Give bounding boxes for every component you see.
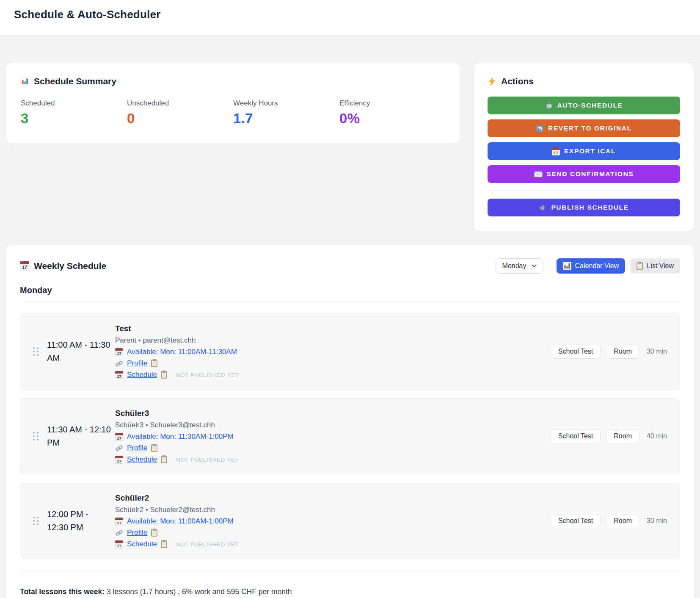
- student-subtitle: Parent • parent@test.chh: [115, 336, 239, 345]
- actions-title: Actions: [488, 76, 680, 86]
- list-view-button[interactable]: List View: [630, 258, 680, 274]
- calendar-icon: 17: [115, 540, 123, 548]
- link-icon: [115, 360, 123, 368]
- stat-weekly-hours: Weekly Hours 1.7: [233, 99, 339, 127]
- weekly-total-value: 3 lessons (1.7 hours) , 6% work and 595 …: [107, 587, 292, 596]
- bar-chart-icon: [21, 77, 29, 86]
- drag-handle-icon[interactable]: [33, 432, 39, 440]
- link-icon: [115, 444, 123, 452]
- calendar-icon: 17: [115, 348, 123, 356]
- day-selector-dropdown[interactable]: Monday: [496, 258, 543, 274]
- publish-status-badge: NOT PUBLISHED YET: [176, 457, 239, 463]
- summary-stats: Scheduled 3 Unscheduled 0 Weekly Hours 1…: [21, 99, 446, 127]
- clipboard-icon[interactable]: [151, 360, 157, 367]
- school-tag[interactable]: School Test: [551, 514, 601, 528]
- calendar-icon: 17: [20, 261, 29, 271]
- clipboard-icon[interactable]: [151, 444, 157, 452]
- lesson-duration: 30 min: [647, 348, 667, 355]
- clipboard-icon[interactable]: [161, 371, 167, 379]
- profile-link[interactable]: Profile: [127, 444, 147, 452]
- schedule-link[interactable]: Schedule: [127, 371, 157, 379]
- actions-list: AUTO-SCHEDULE REVERT TO ORIGINAL 17 EXPO…: [488, 97, 680, 216]
- schedule-summary-title: Schedule Summary: [21, 76, 446, 86]
- profile-link[interactable]: Profile: [127, 359, 147, 368]
- student-subtitle: Schüelr3 • Schueler3@test.chh: [115, 421, 239, 429]
- auto-schedule-button[interactable]: AUTO-SCHEDULE: [488, 97, 680, 114]
- schedule-summary-card: Schedule Summary Scheduled 3 Unscheduled…: [6, 63, 460, 143]
- calendar-icon: 17: [552, 147, 560, 155]
- revert-to-original-button[interactable]: REVERT TO ORIGINAL: [488, 119, 680, 137]
- room-tag[interactable]: Room: [606, 429, 639, 443]
- weekly-total-summary: Total lessons this week: 3 lessons (1.7 …: [20, 587, 680, 596]
- availability-text: Available: Mon: 11:00AM-1:00PM: [127, 517, 234, 526]
- drag-handle-icon[interactable]: [33, 517, 39, 525]
- availability-text: Available: Mon: 11:30AM-1:00PM: [127, 432, 234, 441]
- calendar-icon: 17: [115, 456, 123, 464]
- lesson-card: 12:00 PM - 12:30 PM Schüler2 Schüelr2 • …: [20, 483, 680, 559]
- page-title: Schedule & Auto-Scheduler: [14, 8, 686, 21]
- calendar-icon: 17: [115, 433, 123, 441]
- calendar-view-button[interactable]: Calendar View: [557, 258, 626, 274]
- stat-efficiency: Efficiency 0%: [339, 99, 446, 127]
- school-tag[interactable]: School Test: [551, 429, 601, 443]
- lesson-list: 11:00 AM - 11:30 AM Test Parent • parent…: [20, 313, 680, 559]
- student-subtitle: Schüelr2 • Schueler2@test.chh: [115, 506, 239, 514]
- divider: [20, 571, 680, 571]
- page-header: Schedule & Auto-Scheduler: [0, 0, 700, 36]
- availability-text: Available: Mon: 11:00AM-11:30AM: [127, 348, 237, 356]
- lesson-duration: 30 min: [647, 517, 667, 525]
- student-name: Test: [115, 324, 239, 333]
- lesson-time: 12:00 PM - 12:30 PM: [47, 508, 111, 534]
- actions-card: Actions AUTO-SCHEDULE REVERT TO ORIGINAL…: [474, 63, 694, 231]
- room-tag[interactable]: Room: [606, 345, 639, 359]
- drag-handle-icon[interactable]: [33, 347, 39, 356]
- publish-status-badge: NOT PUBLISHED YET: [176, 372, 239, 378]
- clipboard-icon[interactable]: [151, 529, 157, 537]
- clipboard-icon[interactable]: [161, 540, 167, 548]
- weekly-schedule-title: 17 Weekly Schedule: [20, 261, 106, 271]
- lesson-time: 11:00 AM - 11:30 AM: [47, 338, 111, 365]
- weekly-schedule-card: 17 Weekly Schedule Monday Calendar View …: [6, 245, 694, 598]
- day-heading: Monday: [20, 285, 680, 295]
- weekly-total-label: Total lessons this week:: [20, 587, 105, 596]
- student-name: Schüler2: [115, 493, 239, 503]
- lesson-time: 11:30 AM - 12:10 PM: [47, 423, 111, 449]
- calendar-icon: 17: [115, 518, 123, 526]
- lesson-card: 11:00 AM - 11:30 AM Test Parent • parent…: [20, 313, 680, 390]
- link-icon: [115, 529, 123, 537]
- actions-divider: [488, 191, 680, 191]
- clipboard-icon[interactable]: [161, 456, 167, 463]
- send-confirmations-button[interactable]: SEND CONFIRMATIONS: [488, 165, 680, 183]
- vertical-divider: [550, 260, 550, 272]
- publish-schedule-button[interactable]: PUBLISH SCHEDULE: [488, 199, 680, 216]
- clipboard-icon: [637, 262, 643, 270]
- chevron-down-icon: [532, 264, 537, 268]
- calendar-icon: 17: [115, 371, 123, 379]
- lesson-duration: 40 min: [647, 432, 667, 440]
- robot-icon: [545, 102, 553, 110]
- school-tag[interactable]: School Test: [551, 345, 601, 359]
- bar-chart-icon: [563, 262, 571, 270]
- megaphone-icon: [539, 204, 547, 212]
- room-tag[interactable]: Room: [606, 514, 639, 528]
- main-content: Schedule Summary Scheduled 3 Unscheduled…: [0, 36, 700, 598]
- schedule-link[interactable]: Schedule: [127, 455, 157, 464]
- publish-status-badge: NOT PUBLISHED YET: [176, 541, 239, 548]
- schedule-link[interactable]: Schedule: [127, 540, 157, 548]
- stat-unscheduled: Unscheduled 0: [127, 99, 233, 127]
- zap-icon: [488, 77, 496, 86]
- lesson-card: 11:30 AM - 12:10 PM Schüler3 Schüelr3 • …: [20, 398, 680, 474]
- stat-scheduled: Scheduled 3: [21, 99, 127, 127]
- envelope-icon: [534, 171, 543, 177]
- revert-icon: [536, 125, 544, 133]
- export-ical-button[interactable]: 17 EXPORT ICAL: [488, 142, 680, 160]
- profile-link[interactable]: Profile: [127, 529, 147, 537]
- student-name: Schüler3: [115, 409, 239, 418]
- divider: [20, 302, 680, 302]
